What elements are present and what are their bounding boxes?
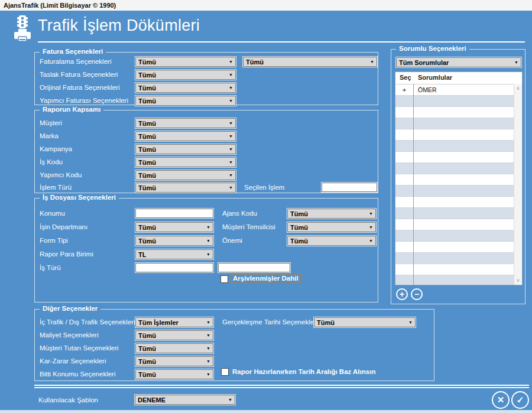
gerceklesme-tarihi-select[interactable]: Tümü ▼ — [314, 317, 416, 327]
kar-zarar-label: Kar-Zarar Seçenekleri — [40, 357, 106, 365]
table-row[interactable] — [395, 219, 522, 230]
chevron-down-icon: ▼ — [514, 60, 518, 64]
faturalama-select[interactable]: Tümü ▼ — [135, 57, 236, 67]
dosya-group-title: İş Dosyası Seçenekleri — [40, 194, 119, 201]
combo-value: DENEME — [138, 396, 166, 404]
sorumlu-filter-select[interactable]: Tüm Sorumlular ▼ — [396, 57, 521, 67]
table-row[interactable] — [395, 208, 522, 219]
table-row[interactable] — [395, 107, 522, 118]
sorumlu-table: Seç Sorumlular + ÖMER ∧ ∨ — [395, 71, 523, 285]
chevron-down-icon: ▼ — [229, 134, 233, 138]
onemi-select[interactable]: Tümü ▼ — [287, 236, 376, 246]
kampanya-select[interactable]: Tümü ▼ — [135, 144, 236, 154]
app-window: AjansTrafik (Limit Bilgisayar © 1990) Tr… — [0, 0, 532, 413]
scroll-down-icon[interactable]: ∨ — [514, 278, 522, 283]
combo-value: Tümü — [138, 345, 156, 352]
chevron-down-icon: ▼ — [206, 320, 210, 324]
table-row[interactable] — [395, 129, 522, 141]
arsivlenmisler-checkbox[interactable] — [220, 275, 228, 283]
chevron-down-icon: ▼ — [229, 186, 233, 190]
tarih-araligi-checkbox-label[interactable]: Rapor Hazırlanırken Tarih Aralığı Baz Al… — [232, 368, 375, 375]
chevron-down-icon: ▼ — [229, 121, 233, 125]
taslak-fatura-select[interactable]: Tümü ▼ — [135, 70, 236, 80]
is-kodu-select[interactable]: Tümü ▼ — [135, 157, 236, 167]
kampanya-label: Kampanya — [40, 145, 72, 152]
traffic-light-printer-icon — [12, 15, 33, 43]
faturalama-label: Faturalama Seçenekleri — [40, 58, 111, 65]
table-row[interactable] — [395, 230, 522, 242]
table-row[interactable] — [395, 152, 522, 163]
table-row[interactable] — [395, 186, 522, 197]
rapor-para-birimi-select[interactable]: TL ▼ — [135, 249, 213, 259]
is-turu-extra-input[interactable] — [218, 263, 290, 272]
chevron-down-icon: ▼ — [206, 372, 210, 376]
chevron-down-icon: ▼ — [228, 398, 232, 402]
sorumlu-empty-rows — [395, 96, 522, 285]
table-row[interactable] — [395, 275, 522, 285]
footer-divider — [34, 385, 529, 388]
maliyet-select[interactable]: Tümü ▼ — [135, 330, 213, 340]
kar-zarar-select[interactable]: Tümü ▼ — [135, 356, 213, 366]
is-turu-label: İş Türü — [40, 264, 61, 271]
chevron-down-icon: ▼ — [229, 173, 233, 177]
scroll-up-icon[interactable]: ∧ — [514, 86, 522, 91]
musteri-tutari-select[interactable]: Tümü ▼ — [135, 343, 213, 353]
add-sorumlu-button[interactable]: + — [396, 288, 408, 300]
konumu-input[interactable] — [135, 209, 213, 218]
is-turu-input[interactable] — [135, 263, 213, 272]
dosya-group: İş Dosyası Seçenekleri Konumu İşin Depar… — [34, 198, 378, 303]
marka-select[interactable]: Tümü ▼ — [135, 131, 236, 141]
secilen-islem-input[interactable] — [322, 183, 377, 192]
marka-label: Marka — [40, 132, 59, 139]
musteri-temsilcisi-select[interactable]: Tümü ▼ — [287, 222, 376, 232]
chevron-down-icon: ▼ — [206, 359, 210, 363]
chevron-down-icon: ▼ — [370, 60, 374, 64]
combo-value: Tümü — [138, 371, 156, 378]
window-titlebar[interactable]: AjansTrafik (Limit Bilgisayar © 1990) — [0, 0, 532, 11]
tarih-araligi-checkbox[interactable] — [221, 368, 229, 376]
table-row[interactable] — [395, 163, 522, 174]
islem-turu-select[interactable]: Tümü ▼ — [135, 183, 236, 193]
table-row[interactable] — [395, 253, 522, 264]
rapor-group: Raporun Kapsamı Müşteri Marka Kampanya İ… — [34, 110, 378, 193]
chevron-down-icon: ▼ — [206, 239, 210, 243]
combo-value: Tümü — [138, 358, 156, 365]
chevron-down-icon: ▼ — [206, 346, 210, 350]
remove-sorumlu-button[interactable]: − — [411, 288, 423, 300]
faturalama-select-2[interactable]: Tümü ▼ — [243, 57, 377, 67]
table-row[interactable] — [395, 197, 522, 208]
chevron-down-icon: ▼ — [206, 225, 210, 229]
form-tipi-select[interactable]: Tümü ▼ — [135, 236, 213, 246]
table-row[interactable] — [395, 264, 522, 275]
cancel-button[interactable]: ✕ — [492, 391, 510, 409]
table-row[interactable] — [395, 96, 522, 107]
chevron-down-icon: ▼ — [229, 60, 233, 64]
musteri-select[interactable]: Tümü ▼ — [135, 118, 236, 128]
row-sec-value: + — [395, 84, 413, 95]
combo-value: Tümü — [138, 97, 156, 105]
chevron-down-icon: ▼ — [369, 212, 373, 216]
bitti-konumu-select[interactable]: Tümü ▼ — [135, 369, 213, 379]
combo-value: Tümü — [290, 238, 308, 245]
ic-dis-trafik-select[interactable]: Tüm İşlemler ▼ — [135, 317, 213, 327]
sorumlu-group-title: Sorumlu Seçenekleri — [396, 45, 469, 52]
ajans-kodu-select[interactable]: Tümü ▼ — [287, 209, 376, 219]
table-row[interactable] — [395, 118, 522, 129]
orijinal-fatura-select[interactable]: Tümü ▼ — [135, 83, 236, 93]
table-scrollbar[interactable]: ∧ ∨ — [514, 84, 522, 285]
sorumlu-group: Sorumlu Seçenekleri Tüm Sorumlular ▼ Seç… — [391, 49, 525, 304]
table-row[interactable] — [395, 242, 522, 253]
orijinal-fatura-label: Orijinal Fatura Seçenekleri — [40, 84, 120, 91]
yapimci-kodu-select[interactable]: Tümü ▼ — [135, 170, 236, 180]
page-title: Trafik İşlem Dökümleri — [38, 17, 200, 35]
isin-departmani-select[interactable]: Tümü ▼ — [135, 222, 213, 232]
sablon-select[interactable]: DENEME ▼ — [135, 395, 235, 405]
arsivlenmisler-checkbox-label[interactable]: Arşivlenmişler Dahil — [231, 274, 301, 283]
musteri-tutari-label: Müşteri Tutarı Seçenekleri — [40, 344, 119, 352]
table-row[interactable] — [395, 141, 522, 152]
table-row-omer[interactable]: + ÖMER — [395, 84, 522, 96]
confirm-button[interactable]: ✓ — [511, 391, 529, 409]
yapimci-faturasi-select[interactable]: Tümü ▼ — [135, 96, 236, 106]
chevron-down-icon: ▼ — [369, 225, 373, 229]
table-row[interactable] — [395, 174, 522, 186]
